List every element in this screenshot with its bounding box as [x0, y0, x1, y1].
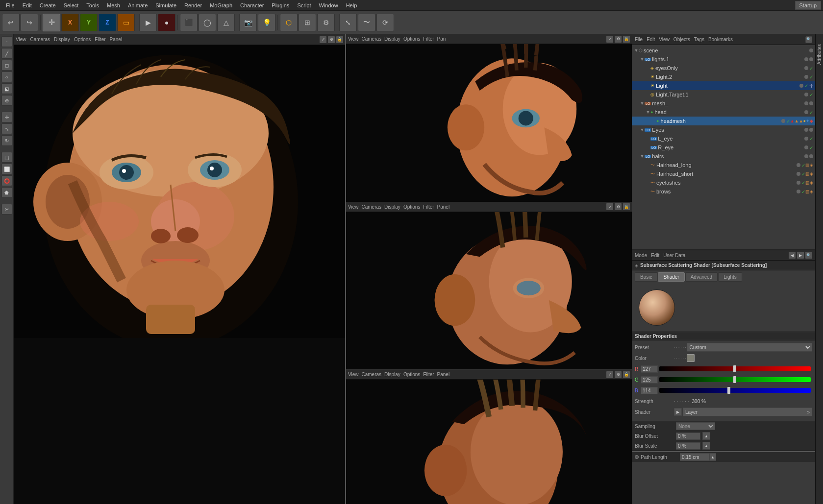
headmesh-mat-tri1[interactable]: ▲	[790, 119, 795, 123]
g-slider[interactable]	[659, 377, 811, 382]
r-slider[interactable]	[659, 366, 811, 371]
vp2-view[interactable]: View	[348, 36, 359, 42]
vp-cameras-menu[interactable]: Cameras	[30, 37, 50, 42]
obj-light[interactable]: ▶ ☀ Light ✓ ✛	[632, 81, 815, 90]
eyelashes-mat[interactable]: ▧	[805, 180, 810, 185]
move-tool-button[interactable]: ✛	[43, 14, 60, 31]
select-live-tool[interactable]: ⬚	[1, 152, 12, 163]
shader-tab-basic[interactable]: Basic	[635, 272, 657, 282]
preset-dropdown[interactable]: Custom	[687, 343, 812, 352]
scale-tool[interactable]: ⤡	[1, 123, 12, 134]
vp2-options[interactable]: Options	[403, 36, 420, 42]
obj-objects-menu[interactable]: Objects	[673, 37, 690, 42]
vp3-options[interactable]: Options	[403, 204, 420, 210]
menu-render[interactable]: Render	[180, 1, 206, 9]
select-poly-tool[interactable]: ⬟	[1, 187, 12, 198]
texture-tool[interactable]: ⬕	[1, 83, 12, 94]
attributes-tab-label[interactable]: Attributes	[817, 44, 822, 65]
obj-reye[interactable]: ▶ LO R_eye ✓	[632, 143, 815, 152]
polys-tool[interactable]: ◻	[1, 60, 12, 71]
b-slider[interactable]	[659, 388, 811, 393]
obj-search-icon[interactable]: 🔍	[805, 36, 812, 43]
menu-help[interactable]: Help	[342, 1, 361, 9]
obj-hairshort[interactable]: ▶ 〜 Hairhead_short ✓ ▧ ◈	[632, 169, 815, 178]
obj-file-menu[interactable]: File	[635, 37, 643, 42]
layout-dropdown[interactable]: Startup	[795, 1, 821, 10]
blur-offset-up[interactable]: ▲	[702, 432, 710, 440]
obj-bookmarks-menu[interactable]: Bookmarks	[708, 37, 733, 42]
playback-button[interactable]: ▶	[139, 14, 157, 31]
vp-filter-menu[interactable]: Filter	[95, 37, 105, 42]
brows-mat[interactable]: ▧	[805, 189, 810, 194]
shader-tab-lights[interactable]: Lights	[718, 272, 742, 282]
vp-view-menu[interactable]: View	[16, 37, 26, 42]
path-length-input[interactable]	[680, 453, 709, 461]
shader-search[interactable]: 🔍	[805, 252, 812, 259]
menu-animate[interactable]: Animate	[124, 1, 151, 9]
rotate-x-button[interactable]: X	[61, 14, 79, 31]
vp3-lock-icon[interactable]: 🔒	[623, 203, 630, 210]
mid-right-vp-content[interactable]	[346, 212, 632, 370]
cube-button[interactable]: ⬛	[180, 14, 198, 31]
menu-simulate[interactable]: Simulate	[151, 1, 180, 9]
vp2-pan[interactable]: Pan	[437, 36, 446, 42]
vp2-settings-icon[interactable]: ⚙	[615, 36, 622, 43]
eyelashes-mat2[interactable]: ◈	[810, 180, 813, 185]
menu-mesh[interactable]: Mesh	[103, 1, 124, 9]
obj-hairs[interactable]: ▼ LO hairs	[632, 152, 815, 161]
shader-arrow[interactable]: ▶	[674, 408, 682, 416]
rotate-z-button[interactable]: Z	[99, 14, 116, 31]
vp4-filter[interactable]: Filter	[423, 372, 434, 377]
blur-offset-input[interactable]	[676, 432, 700, 440]
vp4-display[interactable]: Display	[384, 372, 400, 377]
headmesh-mat-x[interactable]: ✦	[806, 119, 810, 123]
select-button[interactable]: ▭	[117, 14, 135, 31]
move-tool[interactable]: ✛	[1, 112, 12, 122]
path-length-toggle[interactable]	[635, 455, 639, 459]
spline-button[interactable]: 〜	[358, 14, 375, 31]
obj-head[interactable]: ▼ ● head ✓	[632, 108, 815, 117]
bot-right-vp-content[interactable]	[346, 380, 632, 504]
hairshort-mat[interactable]: ▧	[805, 171, 810, 176]
redo-button[interactable]: ↪	[21, 14, 38, 31]
circle-button[interactable]: ◯	[199, 14, 216, 31]
record-button[interactable]: ●	[158, 14, 175, 31]
vp-display-menu[interactable]: Display	[54, 37, 70, 42]
vp4-cameras[interactable]: Cameras	[362, 372, 382, 377]
headmesh-mat-tri3[interactable]: ▲	[799, 119, 803, 123]
obj-headmesh[interactable]: ▶ ● headmesh ✓ ▲ ▲ ▲ ●	[632, 117, 815, 125]
vp3-maximize-icon[interactable]: ⤢	[606, 203, 613, 210]
obj-brows[interactable]: ▶ 〜 brows ✓ ▧ ◈	[632, 187, 815, 196]
menu-file[interactable]: File	[2, 1, 19, 9]
b-input[interactable]	[641, 387, 658, 394]
rotate-tool[interactable]: ↻	[1, 135, 12, 146]
vp2-maximize-icon[interactable]: ⤢	[606, 36, 613, 43]
obj-eyesonly[interactable]: ▶ ◈ eyesOnly ✓	[632, 64, 815, 72]
axis-tool[interactable]: ⊕	[1, 95, 12, 106]
menu-script[interactable]: Script	[293, 1, 315, 9]
vp3-view[interactable]: View	[348, 204, 359, 210]
edit-menu[interactable]: Edit	[651, 253, 659, 258]
deform-button[interactable]: ⤡	[339, 14, 357, 31]
headmesh-mat-diamond[interactable]: ◆	[810, 119, 813, 123]
vp3-display[interactable]: Display	[384, 204, 400, 210]
select-circle-tool[interactable]: ⭕	[1, 175, 12, 186]
undo-button[interactable]: ↩	[2, 14, 20, 31]
menu-edit[interactable]: Edit	[19, 1, 36, 9]
render-settings-button[interactable]: ⚙	[317, 14, 335, 31]
vp4-view[interactable]: View	[348, 372, 359, 377]
points-tool[interactable]: ⬝	[1, 36, 12, 47]
hairlong-mat[interactable]: ▧	[805, 163, 810, 168]
vp3-cameras[interactable]: Cameras	[362, 204, 382, 210]
vp-maximize-icon[interactable]: ⤢	[320, 36, 326, 43]
menu-window[interactable]: Window	[315, 1, 342, 9]
sampling-dropdown[interactable]: None	[676, 422, 715, 430]
vp2-cameras[interactable]: Cameras	[362, 36, 382, 42]
vp4-options[interactable]: Options	[403, 372, 420, 377]
main-viewport-content[interactable]	[14, 45, 345, 504]
menu-plugins[interactable]: Plugins	[268, 1, 293, 9]
vp4-maximize-icon[interactable]: ⤢	[606, 371, 613, 378]
obj-lights1[interactable]: ▼ LO lights.1	[632, 55, 815, 64]
obj-eyes[interactable]: ▼ LO Eyes	[632, 125, 815, 134]
userdata-menu[interactable]: User Data	[663, 253, 685, 258]
